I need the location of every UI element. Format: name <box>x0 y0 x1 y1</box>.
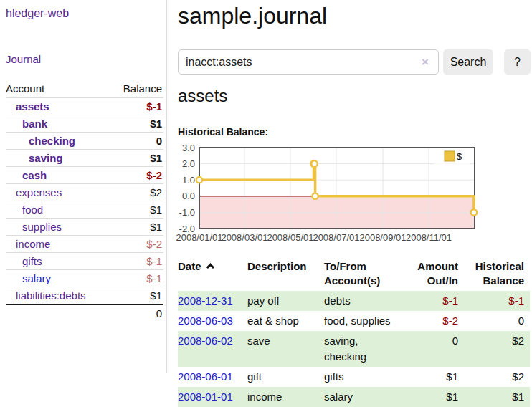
total-label-cell <box>6 305 111 322</box>
y-tick-label: 0.0 <box>182 191 195 201</box>
account-link[interactable]: saving <box>29 152 63 164</box>
data-point-marker <box>471 209 477 215</box>
date-link[interactable]: 2008-06-03 <box>178 315 233 327</box>
account-link[interactable]: bank <box>22 118 47 130</box>
date-link[interactable]: 2008-06-01 <box>178 370 233 383</box>
account-link[interactable]: supplies <box>22 221 62 233</box>
account-link[interactable]: liabilities:debts <box>16 289 86 302</box>
accounts-cell: salary <box>324 387 402 407</box>
date-link[interactable]: 2008-12-31 <box>178 294 233 307</box>
accounts-total-row: 0 <box>6 305 163 322</box>
account-name-cell: saving <box>6 150 111 167</box>
description-cell: eat & shop <box>247 311 324 331</box>
help-button[interactable]: ? <box>504 49 531 75</box>
legend-swatch <box>445 151 455 161</box>
legend-label: $ <box>457 151 462 162</box>
account-link[interactable]: expenses <box>16 186 62 198</box>
register-table: Date Description To/From Account(s) Amou… <box>178 258 530 407</box>
date-link[interactable]: 2008-01-01 <box>178 390 233 403</box>
date-cell: 2008-01-01 <box>178 387 247 407</box>
amount-cell: $1 <box>402 387 464 407</box>
amount-cell: 0 <box>402 331 464 367</box>
register-row: 2008-06-01giftgifts$1$2 <box>178 367 530 387</box>
account-name-cell: assets <box>6 98 111 115</box>
x-tick-label: 2008/01/01 <box>176 232 222 243</box>
account-row: gifts$-1 <box>6 253 163 270</box>
historical-balance-chart: $3.02.01.00.0-1.0-2.02008/01/012008/03/0… <box>174 145 518 246</box>
account-name-cell: liabilities:debts <box>6 287 111 305</box>
page-title: sample.journal <box>178 3 532 29</box>
register-header-balance[interactable]: Historical Balance <box>464 258 530 291</box>
account-name-cell: checking <box>6 133 111 150</box>
sidebar-item-journal[interactable]: Journal <box>6 53 41 65</box>
description-cell: pay off <box>247 291 324 311</box>
description-cell: income <box>247 387 324 407</box>
app-title[interactable]: hledger-web <box>6 7 166 20</box>
account-link[interactable]: cash <box>22 169 47 181</box>
search-form: × Search ? <box>178 49 531 75</box>
account-name-cell: salary <box>6 270 111 287</box>
account-link[interactable]: checking <box>29 135 75 147</box>
accounts-header-account: Account <box>6 80 111 98</box>
register-header-amount[interactable]: Amount Out/In <box>402 258 464 291</box>
accounts-cell: debts <box>324 291 402 311</box>
x-tick-label: 2008/05/01 <box>267 232 313 243</box>
accounts-header-balance: Balance <box>111 80 163 98</box>
account-heading: assets <box>178 86 227 106</box>
account-balance: $-1 <box>111 98 163 115</box>
account-row: assets$-1 <box>6 98 163 115</box>
register-row: 2008-06-02savesaving, checking0$2 <box>178 331 530 367</box>
accounts-total-balance: 0 <box>111 305 163 322</box>
date-cell: 2008-06-02 <box>178 331 247 367</box>
account-row: checking0 <box>6 133 163 150</box>
balance-cell: $-1 <box>464 291 530 311</box>
register-row: 2008-06-03eat & shopfood, supplies$-20 <box>178 311 530 331</box>
x-tick-label: 2008/11/01 <box>406 232 452 243</box>
clear-search-icon[interactable]: × <box>418 55 432 70</box>
data-point-marker <box>311 160 317 166</box>
description-cell: gift <box>247 367 324 387</box>
y-tick-label: 2.0 <box>182 158 195 169</box>
account-balance: $2 <box>111 184 163 201</box>
account-link[interactable]: assets <box>16 100 49 112</box>
account-balance: $1 <box>111 287 163 305</box>
search-input[interactable] <box>178 49 439 75</box>
account-link[interactable]: salary <box>22 272 51 284</box>
account-row: liabilities:debts$1 <box>6 287 163 305</box>
amount-cell: $-1 <box>402 291 464 311</box>
account-row: salary$-1 <box>6 270 163 287</box>
register-header-accounts[interactable]: To/From Account(s) <box>324 258 402 291</box>
register-header-description[interactable]: Description <box>247 258 324 291</box>
accounts-cell: food, supplies <box>324 311 402 331</box>
account-balance: $1 <box>111 201 163 219</box>
search-button[interactable]: Search <box>443 49 493 75</box>
balance-cell: $2 <box>464 367 530 387</box>
date-link[interactable]: 2008-06-02 <box>178 335 233 347</box>
account-link[interactable]: income <box>16 238 50 250</box>
balance-cell: $1 <box>464 387 530 407</box>
account-balance: $-2 <box>111 236 163 253</box>
account-link[interactable]: gifts <box>22 255 42 267</box>
data-point-marker <box>196 177 202 183</box>
accounts-cell: saving, checking <box>324 331 402 367</box>
account-row: supplies$1 <box>6 219 163 236</box>
chart-canvas: $3.02.01.00.0-1.0-2.02008/01/012008/03/0… <box>174 145 518 246</box>
y-tick-label: -1.0 <box>179 207 195 218</box>
date-cell: 2008-06-03 <box>178 311 247 331</box>
main-content: sample.journal × Search ? assets Histori… <box>167 0 532 417</box>
register-header-date[interactable]: Date <box>178 258 247 291</box>
account-balance: $-1 <box>111 253 163 270</box>
y-tick-label: 3.0 <box>182 145 195 153</box>
account-row: income$-2 <box>6 236 163 253</box>
account-link[interactable]: food <box>22 203 43 216</box>
account-row: expenses$2 <box>6 184 163 201</box>
register-row: 2008-12-31pay offdebts$-1$-1 <box>178 291 530 311</box>
balance-cell: $2 <box>464 331 530 367</box>
account-balance: 0 <box>111 133 163 150</box>
sort-ascending-icon <box>206 263 214 271</box>
register-row: 2008-01-01incomesalary$1$1 <box>178 387 530 407</box>
account-name-cell: bank <box>6 115 111 133</box>
data-point-marker <box>312 193 318 199</box>
chart-title: Historical Balance: <box>178 126 268 138</box>
account-row: food$1 <box>6 201 163 219</box>
